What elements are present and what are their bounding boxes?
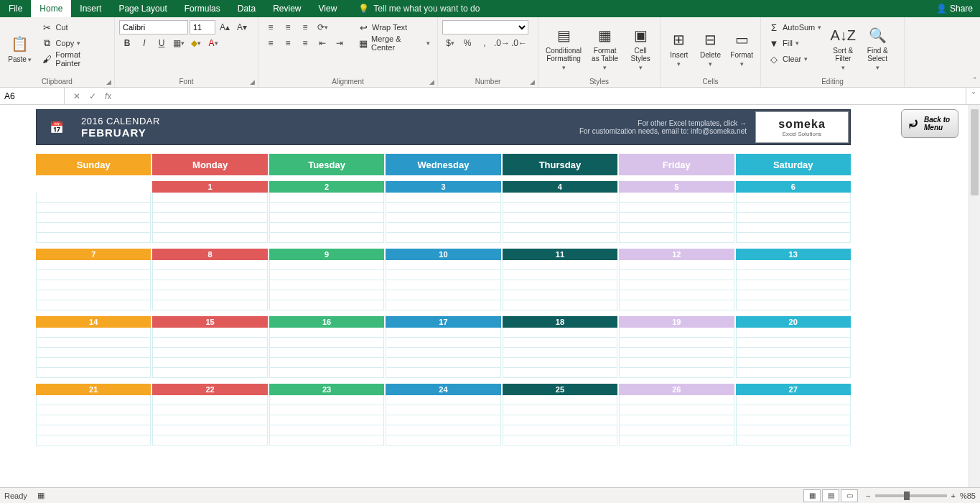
slot[interactable] xyxy=(269,415,384,425)
tab-formulas[interactable]: Formulas xyxy=(176,0,229,17)
day-cell[interactable]: 25 xyxy=(503,384,617,446)
zoom-out-button[interactable]: − xyxy=(866,492,870,500)
merge-center-button[interactable]: ▦Merge & Center xyxy=(355,36,433,50)
slot[interactable] xyxy=(386,435,500,446)
fill-color-button[interactable]: ◆ xyxy=(188,36,204,50)
day-cell[interactable]: 8 xyxy=(152,249,267,310)
slot[interactable] xyxy=(152,358,267,368)
zoom-in-button[interactable]: + xyxy=(951,492,956,500)
font-launcher[interactable]: ◢ xyxy=(250,78,255,86)
cell-styles-button[interactable]: ▣Cell Styles xyxy=(625,20,655,76)
slot[interactable] xyxy=(269,425,384,435)
slot[interactable] xyxy=(736,213,851,223)
decrease-indent-button[interactable]: ⇤ xyxy=(314,36,330,50)
day-cell[interactable]: 27 xyxy=(736,384,851,446)
slot[interactable] xyxy=(269,290,384,300)
slot[interactable] xyxy=(152,290,267,300)
clear-button[interactable]: ◇Clear xyxy=(765,52,824,66)
slot[interactable] xyxy=(503,415,617,425)
accounting-format-button[interactable]: $ xyxy=(442,36,458,50)
align-right-button[interactable]: ≡ xyxy=(297,36,313,50)
decrease-font-button[interactable]: A▾ xyxy=(234,20,250,34)
day-cell[interactable]: 9 xyxy=(269,249,384,310)
day-cell[interactable]: 3 xyxy=(386,181,500,243)
decrease-decimal-button[interactable]: .0← xyxy=(511,36,527,50)
slot[interactable] xyxy=(152,260,267,270)
slot[interactable] xyxy=(619,368,734,378)
slot[interactable] xyxy=(269,193,384,203)
slot[interactable] xyxy=(619,270,734,280)
slot[interactable] xyxy=(386,300,500,310)
slot[interactable] xyxy=(736,338,851,348)
slot[interactable] xyxy=(152,300,267,310)
slot[interactable] xyxy=(386,425,500,435)
slot[interactable] xyxy=(503,338,617,348)
scrollbar-thumb[interactable] xyxy=(971,109,979,195)
share-button[interactable]: 👤 Share xyxy=(929,0,980,17)
fill-button[interactable]: ▼Fill xyxy=(765,36,824,50)
day-cell[interactable]: 7 xyxy=(36,249,151,310)
slot[interactable] xyxy=(386,405,500,415)
back-to-menu-button[interactable]: ⤾ Back toMenu xyxy=(901,109,958,138)
slot[interactable] xyxy=(36,425,151,435)
increase-indent-button[interactable]: ⇥ xyxy=(332,36,347,50)
slot[interactable] xyxy=(619,435,734,446)
slot[interactable] xyxy=(36,233,151,243)
slot[interactable] xyxy=(152,405,267,415)
slot[interactable] xyxy=(36,290,151,300)
slot[interactable] xyxy=(36,358,151,368)
increase-font-button[interactable]: A▴ xyxy=(217,20,233,34)
find-select-button[interactable]: 🔍Find & Select xyxy=(862,20,893,76)
slot[interactable] xyxy=(386,203,500,213)
slot[interactable] xyxy=(152,435,267,446)
italic-button[interactable]: I xyxy=(136,36,152,50)
slot[interactable] xyxy=(619,300,734,310)
slot[interactable] xyxy=(619,193,734,203)
slot[interactable] xyxy=(736,193,851,203)
slot[interactable] xyxy=(503,425,617,435)
number-format-select[interactable] xyxy=(442,20,528,34)
slot[interactable] xyxy=(152,425,267,435)
day-cell[interactable]: 24 xyxy=(386,384,500,446)
underline-button[interactable]: U xyxy=(154,36,169,50)
font-color-button[interactable]: A xyxy=(205,36,221,50)
slot[interactable] xyxy=(619,203,734,213)
alignment-launcher[interactable]: ◢ xyxy=(429,78,434,86)
format-as-table-button[interactable]: ▦Format as Table xyxy=(587,20,622,76)
formula-input[interactable] xyxy=(120,88,966,104)
slot[interactable] xyxy=(152,223,267,233)
slot[interactable] xyxy=(36,328,151,338)
slot[interactable] xyxy=(736,368,851,378)
day-cell[interactable]: 10 xyxy=(386,249,500,310)
slot[interactable] xyxy=(269,233,384,243)
paste-button[interactable]: 📋 Paste xyxy=(4,20,36,76)
slot[interactable] xyxy=(503,280,617,290)
tab-home[interactable]: Home xyxy=(31,0,71,17)
slot[interactable] xyxy=(36,405,151,415)
slot[interactable] xyxy=(269,260,384,270)
slot[interactable] xyxy=(152,233,267,243)
slot[interactable] xyxy=(152,368,267,378)
slot[interactable] xyxy=(736,405,851,415)
day-cell[interactable]: 6 xyxy=(736,181,851,243)
day-cell[interactable]: 18 xyxy=(503,316,617,378)
slot[interactable] xyxy=(619,233,734,243)
slot[interactable] xyxy=(386,223,500,233)
slot[interactable] xyxy=(269,213,384,223)
worksheet-area[interactable]: 📅 2016 CALENDAR FEBRUARY For other Excel… xyxy=(0,105,980,487)
comma-button[interactable]: , xyxy=(477,36,493,50)
day-cell[interactable]: 12 xyxy=(619,249,734,310)
slot[interactable] xyxy=(36,270,151,280)
zoom-slider[interactable] xyxy=(875,494,947,497)
slot[interactable] xyxy=(386,233,500,243)
day-cell[interactable]: 15 xyxy=(152,316,267,378)
slot[interactable] xyxy=(619,290,734,300)
slot[interactable] xyxy=(619,260,734,270)
slot[interactable] xyxy=(736,395,851,405)
slot[interactable] xyxy=(269,338,384,348)
slot[interactable] xyxy=(36,348,151,358)
slot[interactable] xyxy=(269,300,384,310)
sort-filter-button[interactable]: A↓ZSort & Filter xyxy=(827,20,859,76)
slot[interactable] xyxy=(619,338,734,348)
tab-data[interactable]: Data xyxy=(229,0,264,17)
